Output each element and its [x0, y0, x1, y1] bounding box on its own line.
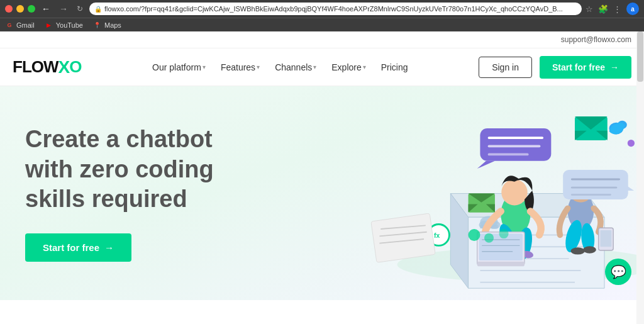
- svg-point-58: [499, 229, 509, 238]
- maximize-btn[interactable]: [28, 5, 35, 13]
- support-bar: support@flowxo.com: [0, 31, 644, 48]
- logo-x: X: [58, 57, 70, 77]
- illustration-svg: fx: [292, 99, 644, 300]
- profile-avatar[interactable]: a: [626, 3, 639, 15]
- close-btn[interactable]: [5, 5, 13, 13]
- nav-explore-label: Explore: [331, 62, 361, 72]
- logo-flow-text: FLOW: [13, 57, 58, 77]
- nav-item-explore[interactable]: Explore ▾: [325, 57, 372, 77]
- browser-chrome: ← → ↻ 🔒 flowxo.com/?fpr=qq41r&gclid=CjwK…: [0, 0, 644, 18]
- nav-item-channels[interactable]: Channels ▾: [269, 57, 323, 77]
- address-bar[interactable]: 🔒 flowxo.com/?fpr=qq41r&gclid=CjwKCAjw_I…: [89, 3, 582, 15]
- nav-features-label: Features: [221, 62, 255, 72]
- logo-o: O: [69, 57, 81, 77]
- svg-point-49: [628, 140, 635, 147]
- svg-point-29: [570, 247, 585, 254]
- forward-arrow[interactable]: →: [57, 4, 70, 14]
- hero-cta-label: Start for free: [43, 242, 99, 253]
- bookmark-icon[interactable]: ☆: [586, 4, 593, 14]
- hero-headline: Create a chatbot with zero coding skills…: [25, 125, 264, 215]
- svg-point-57: [484, 233, 494, 243]
- minimize-btn[interactable]: [16, 5, 24, 13]
- refresh-btn[interactable]: ↻: [74, 4, 86, 13]
- website: support@flowxo.com FLOWXO Our platform ▾…: [0, 31, 644, 324]
- svg-point-56: [469, 229, 480, 241]
- gmail-favicon: G: [5, 21, 14, 30]
- svg-point-14: [501, 179, 527, 205]
- scrollbar-thumb[interactable]: [637, 31, 643, 82]
- bookmark-maps[interactable]: 📍 Maps: [93, 21, 121, 30]
- navbar: FLOWXO Our platform ▾ Features ▾ Channel…: [0, 48, 644, 86]
- nav-item-pricing[interactable]: Pricing: [375, 57, 414, 77]
- svg-text:fx: fx: [434, 232, 440, 239]
- more-options-icon[interactable]: ⋮: [613, 4, 621, 14]
- bookmarks-bar: G Gmail ▶ YouTube 📍 Maps: [0, 18, 644, 31]
- maps-label: Maps: [104, 21, 121, 29]
- hero-text: Create a chatbot with zero coding skills…: [25, 99, 264, 287]
- gmail-label: Gmail: [16, 21, 35, 29]
- svg-rect-33: [480, 128, 551, 161]
- nav-platform-label: Our platform: [152, 62, 201, 72]
- explore-chevron-icon: ▾: [363, 64, 366, 70]
- svg-point-30: [583, 246, 596, 253]
- youtube-label: YouTube: [56, 21, 83, 29]
- nav-channels-label: Channels: [275, 62, 312, 72]
- logo[interactable]: FLOWXO: [13, 57, 81, 77]
- lock-icon: 🔒: [94, 6, 102, 13]
- browser-actions: ☆ 🧩 ⋮ a: [586, 3, 639, 15]
- nav-item-features[interactable]: Features ▾: [214, 57, 266, 77]
- youtube-favicon: ▶: [45, 21, 53, 30]
- svg-rect-24: [477, 262, 525, 267]
- svg-rect-59: [371, 213, 435, 262]
- platform-chevron-icon: ▾: [203, 64, 206, 70]
- start-arrow-icon: →: [610, 62, 619, 72]
- maps-favicon: 📍: [93, 21, 102, 30]
- scrollbar[interactable]: [636, 31, 644, 324]
- chat-widget-button[interactable]: 💬: [605, 259, 631, 285]
- hero-cta-button[interactable]: Start for free →: [25, 233, 131, 262]
- nav-pricing-label: Pricing: [381, 62, 408, 72]
- svg-marker-39: [625, 184, 634, 190]
- url-text: flowxo.com/?fpr=qq41r&gclid=CjwKCAjw_ISW…: [104, 5, 563, 13]
- start-free-button[interactable]: Start for free →: [540, 56, 631, 79]
- hero-cta-arrow-icon: →: [104, 242, 114, 253]
- svg-rect-32: [600, 230, 611, 247]
- nav-links: Our platform ▾ Features ▾ Channels ▾ Exp…: [146, 57, 414, 77]
- chat-icon: 💬: [611, 264, 626, 279]
- back-arrow[interactable]: ←: [39, 4, 53, 14]
- bookmark-youtube[interactable]: ▶ YouTube: [45, 21, 83, 30]
- start-free-label: Start for free: [552, 62, 605, 72]
- channels-chevron-icon: ▾: [313, 64, 316, 70]
- features-chevron-icon: ▾: [257, 64, 260, 70]
- bookmark-gmail[interactable]: G Gmail: [5, 21, 35, 30]
- svg-marker-34: [477, 161, 495, 169]
- nav-item-platform[interactable]: Our platform ▾: [146, 57, 212, 77]
- hero-section: Create a chatbot with zero coding skills…: [0, 86, 644, 300]
- hero-illustration: fx: [279, 86, 644, 300]
- nav-buttons: Sign in Start for free →: [479, 56, 631, 79]
- signin-button[interactable]: Sign in: [479, 57, 532, 78]
- support-email: support@flowxo.com: [561, 35, 631, 44]
- extension-icon[interactable]: 🧩: [598, 4, 608, 14]
